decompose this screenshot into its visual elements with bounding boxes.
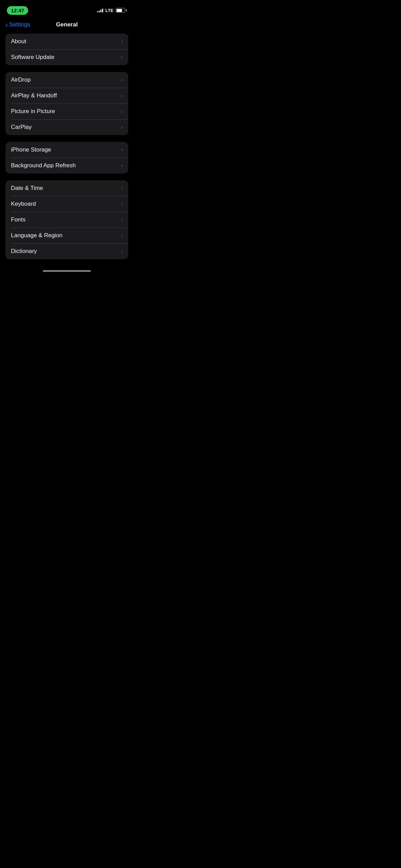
dictionary-chevron-icon: › (121, 248, 123, 254)
date-time-label: Date & Time (11, 185, 43, 192)
airdrop-chevron-icon: › (121, 77, 123, 83)
back-button[interactable]: ‹ Settings (5, 21, 30, 29)
battery-icon (116, 8, 127, 13)
battery-tip (126, 9, 127, 11)
settings-row-date-time[interactable]: Date & Time › (5, 180, 128, 196)
settings-row-airplay-handoff[interactable]: AirPlay & Handoff › (5, 88, 128, 104)
battery-fill (117, 9, 122, 12)
signal-bar-4 (102, 9, 103, 12)
settings-row-about[interactable]: About › (5, 34, 128, 49)
signal-bars-icon (97, 8, 103, 12)
settings-row-dictionary[interactable]: Dictionary › (5, 243, 128, 259)
nav-header: ‹ Settings General (0, 19, 134, 34)
airplay-handoff-chevron-icon: › (121, 93, 123, 99)
settings-row-carplay[interactable]: CarPlay › (5, 119, 128, 135)
fonts-label: Fonts (11, 216, 26, 223)
settings-row-keyboard[interactable]: Keyboard › (5, 196, 128, 212)
background-app-refresh-label: Background App Refresh (11, 162, 76, 169)
settings-group-3: iPhone Storage › Background App Refresh … (5, 142, 128, 173)
keyboard-label: Keyboard (11, 201, 36, 207)
settings-content: About › Software Update › AirDrop › AirP… (0, 34, 134, 259)
dictionary-label: Dictionary (11, 248, 37, 255)
language-region-chevron-icon: › (121, 232, 123, 239)
language-region-label: Language & Region (11, 232, 62, 239)
settings-row-iphone-storage[interactable]: iPhone Storage › (5, 142, 128, 158)
signal-bar-3 (100, 10, 101, 12)
airplay-handoff-label: AirPlay & Handoff (11, 92, 57, 99)
software-update-label: Software Update (11, 54, 54, 61)
carplay-label: CarPlay (11, 124, 32, 131)
about-label: About (11, 38, 26, 45)
settings-row-airdrop[interactable]: AirDrop › (5, 72, 128, 88)
iphone-storage-chevron-icon: › (121, 147, 123, 153)
signal-bar-2 (99, 11, 100, 12)
back-chevron-icon: ‹ (5, 21, 8, 29)
status-time: 12:47 (7, 6, 28, 15)
settings-row-picture-in-picture[interactable]: Picture in Picture › (5, 104, 128, 119)
carplay-chevron-icon: › (121, 124, 123, 130)
about-chevron-icon: › (121, 38, 123, 45)
picture-in-picture-label: Picture in Picture (11, 108, 55, 115)
settings-row-background-app-refresh[interactable]: Background App Refresh › (5, 158, 128, 173)
status-right: LTE (97, 8, 127, 13)
airdrop-label: AirDrop (11, 76, 31, 83)
settings-row-language-region[interactable]: Language & Region › (5, 228, 128, 243)
settings-group-2: AirDrop › AirPlay & Handoff › Picture in… (5, 72, 128, 135)
page-title: General (56, 21, 77, 28)
status-bar: 12:47 LTE (0, 0, 134, 19)
date-time-chevron-icon: › (121, 185, 123, 191)
back-button-label: Settings (9, 21, 30, 28)
settings-row-fonts[interactable]: Fonts › (5, 212, 128, 228)
iphone-storage-label: iPhone Storage (11, 146, 51, 153)
network-type: LTE (105, 8, 113, 13)
fonts-chevron-icon: › (121, 217, 123, 223)
background-app-refresh-chevron-icon: › (121, 162, 123, 169)
home-bar (43, 270, 91, 272)
home-indicator (0, 266, 134, 275)
battery-body (116, 8, 125, 13)
picture-in-picture-chevron-icon: › (121, 108, 123, 114)
keyboard-chevron-icon: › (121, 201, 123, 207)
settings-group-1: About › Software Update › (5, 34, 128, 65)
settings-group-4: Date & Time › Keyboard › Fonts › Languag… (5, 180, 128, 259)
settings-row-software-update[interactable]: Software Update › (5, 49, 128, 65)
software-update-chevron-icon: › (121, 54, 123, 60)
signal-bar-1 (97, 11, 98, 12)
